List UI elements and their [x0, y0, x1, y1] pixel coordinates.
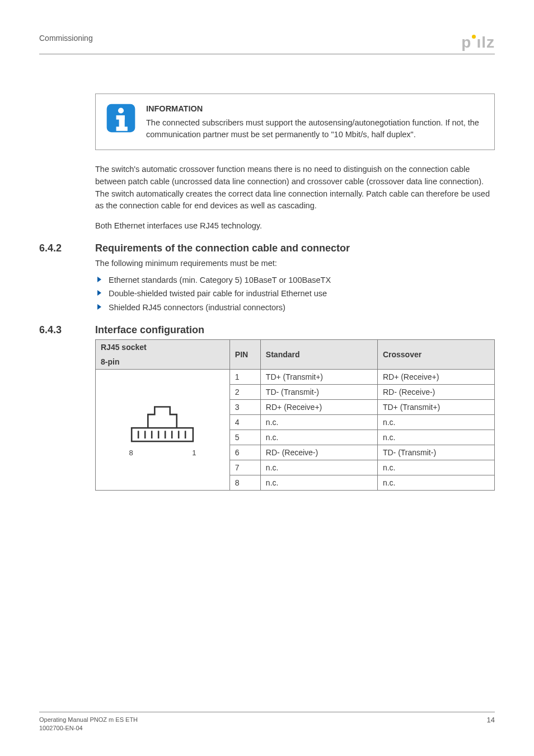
table-cell: RD- (Receive-)	[377, 385, 494, 400]
paragraph-crossover: The switch's automatic crossover functio…	[95, 164, 495, 212]
brand-logo: pılz	[461, 34, 495, 52]
list-item: Ethernet standards (min. Category 5) 10B…	[95, 273, 495, 287]
section-number-643: 6.4.3	[39, 324, 95, 336]
section-642-intro: The following minimum requirements must …	[95, 258, 495, 270]
pin-label-8: 8	[129, 449, 133, 457]
rj45-socket-diagram: 8 1	[96, 370, 230, 491]
footer-left: Operating Manual PNOZ m ES ETH 1002700-E…	[39, 716, 138, 732]
svg-rect-4	[116, 127, 128, 131]
table-cell: 1	[229, 370, 260, 385]
table-cell: RD- (Receive-)	[260, 445, 377, 460]
list-item: Shielded RJ45 connectors (industrial con…	[95, 301, 495, 315]
table-cell: 7	[229, 460, 260, 475]
th-socket: RJ45 socket	[96, 340, 230, 355]
svg-point-1	[118, 108, 124, 113]
information-callout: INFORMATION The connected subscribers mu…	[95, 94, 495, 150]
table-cell: TD+ (Transmit+)	[260, 370, 377, 385]
svg-rect-5	[132, 428, 194, 442]
table-cell: RD+ (Receive+)	[260, 400, 377, 415]
table-cell: 3	[229, 400, 260, 415]
page-number: 14	[487, 716, 495, 732]
info-title: INFORMATION	[146, 103, 484, 115]
table-cell: n.c.	[260, 475, 377, 491]
requirements-list: Ethernet standards (min. Category 5) 10B…	[95, 273, 495, 315]
table-cell: n.c.	[260, 415, 377, 430]
table-cell: n.c.	[377, 475, 494, 491]
information-icon	[106, 103, 136, 133]
table-cell: n.c.	[260, 430, 377, 445]
table-cell: 5	[229, 430, 260, 445]
footer-manual-title: Operating Manual PNOZ m ES ETH	[39, 716, 138, 724]
section-title-643: Interface configuration	[95, 324, 204, 336]
table-cell: n.c.	[260, 460, 377, 475]
th-crossover: Crossover	[377, 340, 494, 370]
section-title-642: Requirements of the connection cable and…	[95, 242, 350, 254]
table-cell: n.c.	[377, 415, 494, 430]
th-pin: PIN	[229, 340, 260, 370]
pin-label-1: 1	[192, 449, 196, 457]
list-item: Double-shielded twisted pair cable for i…	[95, 287, 495, 301]
table-cell: TD- (Transmit-)	[377, 445, 494, 460]
section-number-642: 6.4.2	[39, 242, 95, 254]
footer-doc-number: 1002700-EN-04	[39, 724, 138, 732]
table-cell: 2	[229, 385, 260, 400]
table-cell: 8	[229, 475, 260, 491]
table-cell: TD- (Transmit-)	[260, 385, 377, 400]
table-cell: n.c.	[377, 430, 494, 445]
header-section: Commissioning	[39, 34, 93, 43]
table-cell: 4	[229, 415, 260, 430]
table-cell: n.c.	[377, 460, 494, 475]
table-cell: RD+ (Receive+)	[377, 370, 494, 385]
info-body: The connected subscribers must support t…	[146, 117, 484, 141]
table-cell: TD+ (Transmit+)	[377, 400, 494, 415]
interface-config-table: RJ45 socket PIN Standard Crossover 8-pin	[95, 339, 495, 491]
table-cell: 6	[229, 445, 260, 460]
th-8pin: 8-pin	[96, 354, 230, 370]
th-standard: Standard	[260, 340, 377, 370]
rj45-socket-icon	[129, 403, 196, 447]
paragraph-rj45: Both Ethernet interfaces use RJ45 techno…	[95, 220, 495, 232]
